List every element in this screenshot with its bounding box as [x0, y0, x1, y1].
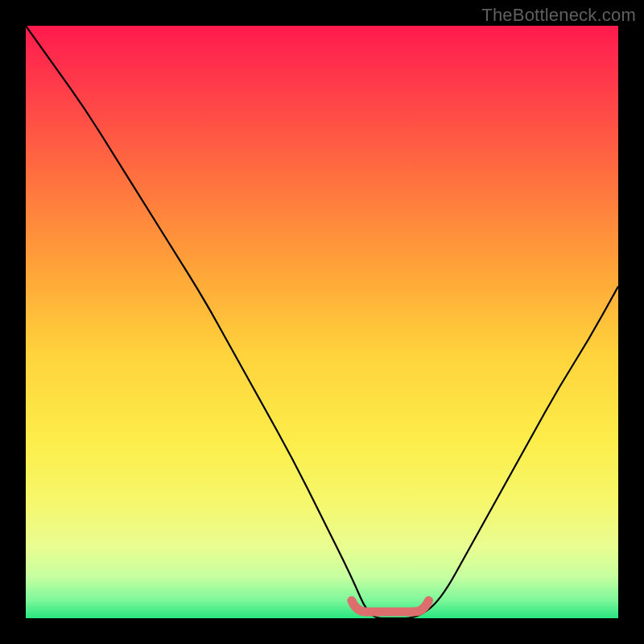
chart-svg — [26, 26, 618, 618]
chart-background — [26, 26, 618, 618]
chart-plot-area — [26, 26, 618, 618]
watermark-text: TheBottleneck.com — [481, 5, 636, 26]
chart-frame: TheBottleneck.com — [0, 0, 644, 644]
